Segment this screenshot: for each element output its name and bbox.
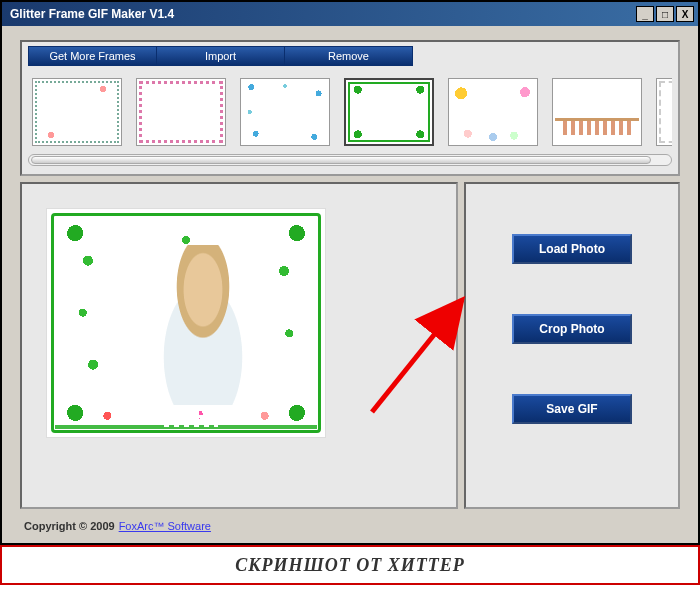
minimize-button[interactable]: _ bbox=[636, 6, 654, 22]
titlebar[interactable]: Glitter Frame GIF Maker V1.4 _ □ X bbox=[2, 2, 698, 26]
frame-thumbnail-selected[interactable] bbox=[344, 78, 434, 146]
preview-image bbox=[46, 208, 326, 438]
tab-remove[interactable]: Remove bbox=[284, 46, 413, 66]
maximize-button[interactable]: □ bbox=[656, 6, 674, 22]
actions-panel: Load Photo Crop Photo Save GIF bbox=[464, 182, 680, 509]
app-body: Get More Frames Import Remove bbox=[2, 26, 698, 543]
banner-text: СКРИНШОТ ОТ ХИТТЕР bbox=[235, 555, 464, 576]
frame-thumbnail[interactable] bbox=[656, 78, 672, 146]
screenshot-banner: СКРИНШОТ ОТ ХИТТЕР bbox=[0, 545, 700, 585]
scrollbar-thumb[interactable] bbox=[31, 156, 651, 164]
frame-thumbnails bbox=[28, 66, 672, 150]
tab-get-more-frames[interactable]: Get More Frames bbox=[28, 46, 157, 66]
frame-thumbnail[interactable] bbox=[32, 78, 122, 146]
load-photo-button[interactable]: Load Photo bbox=[512, 234, 632, 264]
frame-thumbnail[interactable] bbox=[448, 78, 538, 146]
frame-vine-decoration bbox=[57, 219, 315, 427]
frames-panel: Get More Frames Import Remove bbox=[20, 40, 680, 176]
frame-thumbnail[interactable] bbox=[552, 78, 642, 146]
frame-thumbnail[interactable] bbox=[136, 78, 226, 146]
save-gif-button[interactable]: Save GIF bbox=[512, 394, 632, 424]
window-title: Glitter Frame GIF Maker V1.4 bbox=[6, 7, 636, 21]
footer: Copyright © 2009 FoxArc™ Software bbox=[20, 515, 680, 537]
frame-fence-decoration bbox=[164, 407, 218, 427]
close-button[interactable]: X bbox=[676, 6, 694, 22]
frame-thumbnail[interactable] bbox=[240, 78, 330, 146]
copyright-text: Copyright © 2009 bbox=[24, 520, 115, 532]
thumbnails-scrollbar[interactable] bbox=[28, 154, 672, 166]
vendor-link[interactable]: FoxArc™ Software bbox=[119, 520, 211, 532]
window-controls: _ □ X bbox=[636, 6, 694, 22]
crop-photo-button[interactable]: Crop Photo bbox=[512, 314, 632, 344]
tab-row: Get More Frames Import Remove bbox=[28, 46, 672, 66]
application-window: Glitter Frame GIF Maker V1.4 _ □ X Get M… bbox=[0, 0, 700, 545]
tab-import[interactable]: Import bbox=[156, 46, 285, 66]
preview-panel bbox=[20, 182, 458, 509]
svg-line-0 bbox=[372, 300, 462, 412]
main-row: Load Photo Crop Photo Save GIF bbox=[20, 182, 680, 509]
